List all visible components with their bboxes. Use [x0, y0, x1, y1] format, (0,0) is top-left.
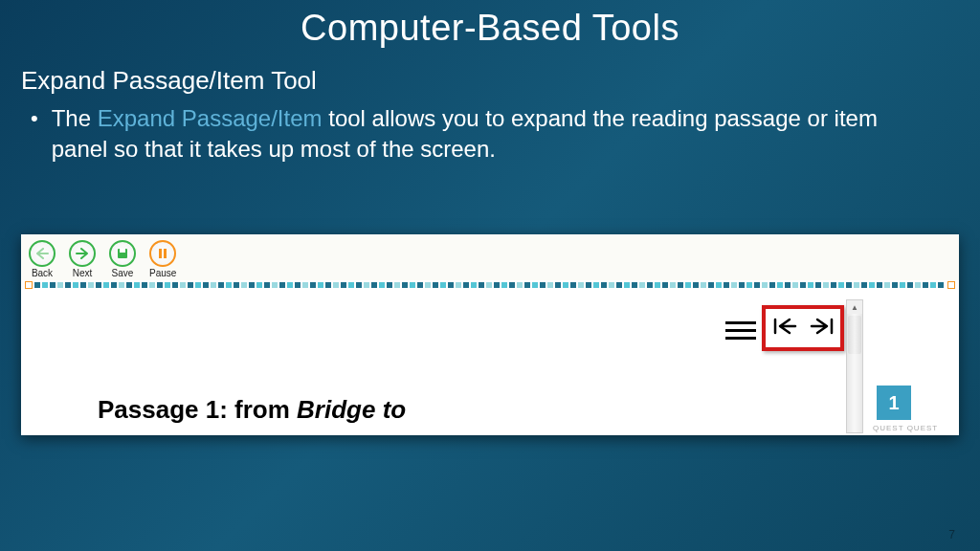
progress-end-cap: [947, 281, 955, 289]
expand-right-icon[interactable]: [810, 317, 835, 340]
svg-rect-3: [164, 249, 167, 258]
next-button[interactable]: Next: [69, 240, 96, 278]
next-arrow-icon: [69, 240, 96, 267]
next-label: Next: [73, 268, 93, 278]
svg-rect-2: [159, 249, 162, 258]
question-number-badge[interactable]: 1: [877, 386, 911, 420]
app-toolbar: Back Next Save Pause: [21, 234, 959, 280]
pause-icon: [149, 240, 176, 267]
bullet-item: • The Expand Passage/Item tool allows yo…: [0, 96, 980, 165]
expand-tool-highlight: [762, 305, 844, 351]
bullet-marker: •: [31, 103, 52, 134]
vertical-scrollbar[interactable]: ▲: [846, 299, 863, 433]
progress-segments: [34, 282, 946, 288]
save-disk-icon: [109, 240, 136, 267]
pause-label: Pause: [149, 268, 176, 278]
question-tabs: QUEST QUEST: [871, 420, 959, 432]
pause-button[interactable]: Pause: [149, 240, 176, 278]
section-subtitle: Expand Passage/Item Tool: [0, 49, 980, 96]
slide-page-number: 7: [948, 528, 955, 541]
back-arrow-icon: [29, 240, 56, 267]
content-area: ▲ 1 QUEST QUEST Passage 1: from Bridge t…: [21, 290, 959, 433]
bullet-text-pre: The: [52, 105, 98, 131]
passage-title: Passage 1: from Bridge to: [98, 395, 406, 425]
scroll-thumb[interactable]: [848, 316, 861, 354]
save-button[interactable]: Save: [109, 240, 136, 278]
back-label: Back: [32, 268, 53, 278]
menu-icon[interactable]: [725, 317, 756, 343]
slide-title: Computer-Based Tools: [0, 0, 980, 49]
progress-start-cap: [25, 281, 33, 289]
progress-bar: [21, 280, 959, 290]
collapse-left-icon[interactable]: [772, 317, 797, 340]
scroll-up-icon[interactable]: ▲: [847, 300, 862, 314]
tool-name-accent: Expand Passage/Item: [98, 105, 323, 131]
svg-rect-1: [120, 249, 125, 253]
back-button[interactable]: Back: [29, 240, 56, 278]
passage-title-italic: Bridge to: [297, 395, 406, 424]
bullet-text: The Expand Passage/Item tool allows you …: [52, 103, 903, 165]
save-label: Save: [112, 268, 134, 278]
passage-title-pre: Passage 1: from: [98, 395, 297, 424]
embedded-screenshot: Back Next Save Pause: [21, 234, 959, 435]
question-panel: 1 QUEST QUEST: [871, 299, 959, 433]
